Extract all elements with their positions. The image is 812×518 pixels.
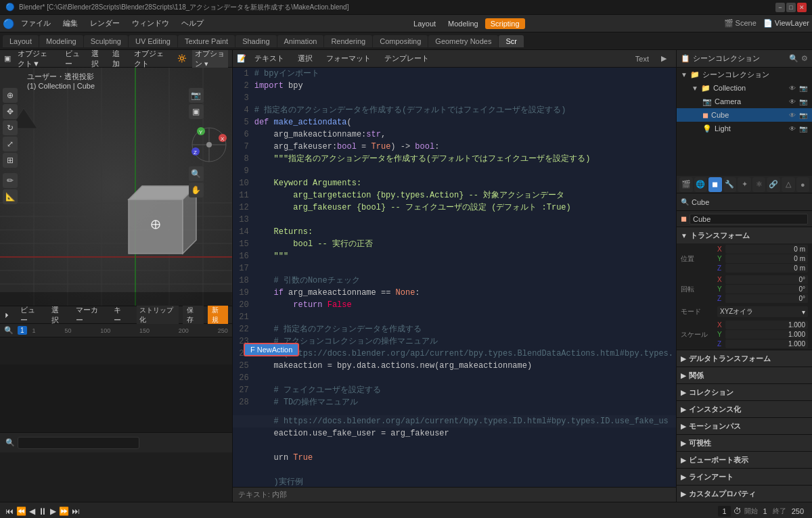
outliner-item-light[interactable]: 💡 Light 👁 📷 bbox=[677, 122, 812, 135]
rot-z-value[interactable]: 0° bbox=[725, 294, 808, 303]
viewport-shading-icon[interactable]: 🔆 bbox=[175, 53, 189, 64]
prop-object-btn[interactable]: ◼ bbox=[708, 177, 722, 192]
transform-tool[interactable]: ⊞ bbox=[3, 153, 18, 168]
prop-constraint-btn[interactable]: 🔗 bbox=[767, 177, 780, 192]
menu-window[interactable]: ウィンドウ bbox=[127, 17, 175, 30]
save-btn[interactable]: 保存 bbox=[183, 304, 203, 326]
visibility-header[interactable]: ▶ 可視性 bbox=[677, 435, 812, 451]
tab-sculpting[interactable]: Sculpting bbox=[84, 35, 128, 47]
collection-vis-btn[interactable]: 👁 bbox=[788, 83, 797, 93]
scale-y-value[interactable]: 1.000 bbox=[725, 330, 808, 339]
prop-data-btn[interactable]: △ bbox=[782, 177, 795, 192]
maximize-button[interactable]: □ bbox=[786, 3, 796, 12]
camera-persp-icon[interactable]: 📷 bbox=[189, 88, 204, 103]
close-button[interactable]: ✕ bbox=[797, 3, 807, 12]
collection-render-btn[interactable]: 📷 bbox=[798, 83, 808, 93]
camera-render-btn[interactable]: 📷 bbox=[798, 97, 808, 106]
line-art-header[interactable]: ▶ ラインアート bbox=[677, 469, 812, 485]
newaction-item[interactable]: F NewAction bbox=[244, 343, 299, 356]
step-back-btn[interactable]: ⏪ bbox=[16, 507, 26, 516]
active-object-name-input[interactable] bbox=[690, 214, 808, 225]
menu-scripting[interactable]: Scripting bbox=[485, 18, 525, 29]
loc-z-value[interactable]: 0 m bbox=[725, 264, 808, 273]
outliner-item-cube[interactable]: ◼ Cube 👁 📷 bbox=[677, 108, 812, 122]
light-render-btn[interactable]: 📷 bbox=[798, 124, 808, 133]
tab-scripting[interactable]: Scr bbox=[499, 35, 524, 47]
timeline-menu-view[interactable]: ビュー bbox=[16, 304, 45, 327]
editor-menu-template[interactable]: テンプレート bbox=[379, 52, 434, 65]
jump-end-btn[interactable]: ⏭ bbox=[72, 507, 80, 516]
minimize-button[interactable]: − bbox=[775, 3, 785, 12]
props-search-input[interactable] bbox=[692, 198, 808, 206]
play-reverse-btn[interactable]: ◀ bbox=[29, 507, 35, 516]
custom-props-header[interactable]: ▶ カスタムプロパティ bbox=[677, 486, 812, 502]
tab-shading[interactable]: Shading bbox=[235, 35, 276, 47]
rotate-tool[interactable]: ↻ bbox=[3, 120, 18, 135]
cube-render-btn[interactable]: 📷 bbox=[798, 110, 808, 120]
timeline-menu-marker[interactable]: マーカー bbox=[72, 304, 107, 327]
editor-menu-text[interactable]: テキスト bbox=[249, 52, 290, 65]
start-frame-value[interactable]: 1 bbox=[761, 506, 770, 517]
timeline-menu-select[interactable]: 選択 bbox=[47, 304, 69, 327]
ruler-search-icon[interactable]: 🔍 bbox=[4, 326, 14, 335]
rot-y-value[interactable]: 0° bbox=[725, 285, 808, 293]
tab-rendering[interactable]: Rendering bbox=[324, 35, 372, 47]
code-editor[interactable]: 1 # bpyインポート 2 import bpy 3 4 # 指定名のアクショ… bbox=[233, 68, 676, 487]
scale-x-value[interactable]: 1.000 bbox=[725, 321, 808, 329]
current-frame-display[interactable]: 1 bbox=[18, 326, 27, 335]
editor-menu-select[interactable]: 選択 bbox=[292, 52, 318, 65]
prop-world-btn[interactable]: 🌐 bbox=[694, 177, 708, 192]
annotate-tool[interactable]: ✏ bbox=[3, 173, 18, 188]
jump-start-btn[interactable]: ⏮ bbox=[5, 507, 14, 516]
zoom-icon[interactable]: 🔍 bbox=[189, 166, 204, 181]
instancing-header[interactable]: ▶ インスタンス化 bbox=[677, 401, 812, 417]
new-btn[interactable]: 新規 bbox=[208, 304, 228, 326]
viewport-display-header[interactable]: ▶ ビューポート表示 bbox=[677, 452, 812, 468]
delta-transform-header[interactable]: ▶ デルタトランスフォーム bbox=[677, 350, 812, 367]
viewport-canvas[interactable]: ユーザー・透視投影 (1) Collection | Cube ⊕ ✥ ↻ ⤢ … bbox=[0, 68, 232, 306]
prop-modifier-btn[interactable]: 🔧 bbox=[723, 177, 737, 192]
menu-edit[interactable]: 編集 bbox=[58, 17, 83, 30]
tab-uv-editing[interactable]: UV Editing bbox=[129, 35, 177, 47]
run-script-btn[interactable]: ▶ bbox=[656, 53, 672, 64]
step-fwd-btn[interactable]: ⏩ bbox=[59, 507, 69, 516]
menu-render[interactable]: レンダー bbox=[85, 17, 125, 30]
relations-header[interactable]: ▶ 関係 bbox=[677, 367, 812, 383]
stop-btn[interactable]: ⏸ bbox=[38, 506, 47, 517]
outliner-search-icon[interactable]: 🔍 bbox=[789, 54, 798, 63]
loc-y-value[interactable]: 0 m bbox=[725, 254, 808, 263]
outliner-item-collection[interactable]: ▼ 📁 Collection 👁 📷 bbox=[677, 81, 812, 95]
play-btn[interactable]: ▶ bbox=[50, 507, 56, 516]
menu-file[interactable]: ファイル bbox=[16, 17, 56, 30]
prop-material-btn[interactable]: ● bbox=[796, 177, 810, 192]
camera-vis-btn[interactable]: 👁 bbox=[788, 97, 797, 106]
playback-frame-current[interactable]: 1 bbox=[718, 506, 730, 517]
end-frame-value[interactable]: 250 bbox=[789, 506, 807, 517]
cube-vis-btn[interactable]: 👁 bbox=[788, 110, 797, 120]
timeline-menu-key[interactable]: キー bbox=[110, 304, 131, 327]
mode-select[interactable]: XYZオイラ ▾ bbox=[717, 306, 808, 317]
outliner-item-camera[interactable]: 📷 Camera 👁 📷 bbox=[677, 95, 812, 108]
strip-mode[interactable]: ストリップ化 bbox=[137, 304, 179, 326]
rot-x-value[interactable]: 0° bbox=[725, 275, 808, 284]
tab-modeling[interactable]: Modeling bbox=[39, 35, 83, 47]
prop-physics-btn[interactable]: ⚛ bbox=[752, 177, 766, 192]
motion-paths-header[interactable]: ▶ モーションパス bbox=[677, 418, 812, 434]
menu-layout[interactable]: Layout bbox=[408, 18, 441, 29]
transform-section-header[interactable]: ▼ トランスフォーム bbox=[677, 227, 812, 243]
cursor-tool[interactable]: ⊕ bbox=[3, 88, 18, 103]
prop-particle-btn[interactable]: ✦ bbox=[738, 177, 751, 192]
tab-texture-paint[interactable]: Texture Paint bbox=[178, 35, 235, 47]
timeline-search-input[interactable] bbox=[18, 437, 139, 449]
measure-tool[interactable]: 📐 bbox=[3, 189, 18, 204]
light-vis-btn[interactable]: 👁 bbox=[788, 124, 797, 133]
move-tool[interactable]: ✥ bbox=[3, 104, 18, 119]
scale-tool[interactable]: ⤢ bbox=[3, 137, 18, 151]
pan-icon[interactable]: ✋ bbox=[189, 183, 204, 197]
outliner-item-scene-collection[interactable]: ▼ 📁 シーンコレクション bbox=[677, 68, 812, 81]
tab-compositing[interactable]: Compositing bbox=[373, 35, 428, 47]
editor-menu-format[interactable]: フォーマット bbox=[321, 52, 376, 65]
collections-header[interactable]: ▶ コレクション bbox=[677, 384, 812, 400]
menu-help[interactable]: ヘルプ bbox=[176, 17, 209, 30]
tab-geometry-nodes[interactable]: Geometry Nodes bbox=[428, 35, 498, 47]
